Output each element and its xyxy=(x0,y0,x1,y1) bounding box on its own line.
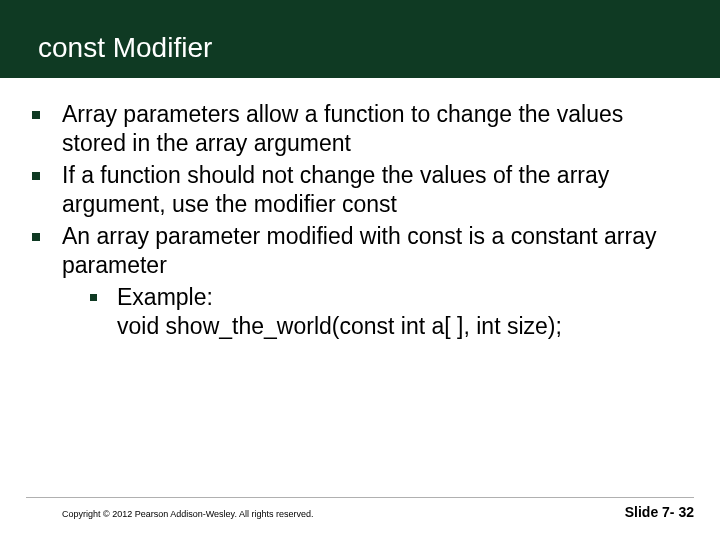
square-bullet-icon xyxy=(32,233,40,241)
list-item: Example: void show_the_world(const int a… xyxy=(90,283,692,342)
example-label: Example: xyxy=(117,284,213,310)
slide-title: const Modifier xyxy=(38,32,212,64)
bullet-text: Array parameters allow a function to cha… xyxy=(62,100,692,159)
list-item: If a function should not change the valu… xyxy=(28,161,692,220)
footer-line: Copyright © 2012 Pearson Addison-Wesley.… xyxy=(26,497,694,520)
slide-footer: Copyright © 2012 Pearson Addison-Wesley.… xyxy=(0,497,720,520)
bullet-text: An array parameter modified with const i… xyxy=(62,222,692,281)
square-bullet-icon xyxy=(32,172,40,180)
list-item: An array parameter modified with const i… xyxy=(28,222,692,281)
sub-bullet-text: Example: void show_the_world(const int a… xyxy=(117,283,562,342)
square-bullet-icon xyxy=(32,111,40,119)
copyright-text: Copyright © 2012 Pearson Addison-Wesley.… xyxy=(62,509,313,519)
example-code: void show_the_world(const int a[ ], int … xyxy=(117,313,562,339)
slide-number: Slide 7- 32 xyxy=(625,504,694,520)
square-bullet-icon xyxy=(90,294,97,301)
sub-bullet-list: Example: void show_the_world(const int a… xyxy=(90,283,692,342)
bullet-text: If a function should not change the valu… xyxy=(62,161,692,220)
list-item: Array parameters allow a function to cha… xyxy=(28,100,692,159)
slide-header: const Modifier xyxy=(0,0,720,78)
bullet-list: Array parameters allow a function to cha… xyxy=(28,100,692,281)
slide-body: Array parameters allow a function to cha… xyxy=(0,78,720,342)
